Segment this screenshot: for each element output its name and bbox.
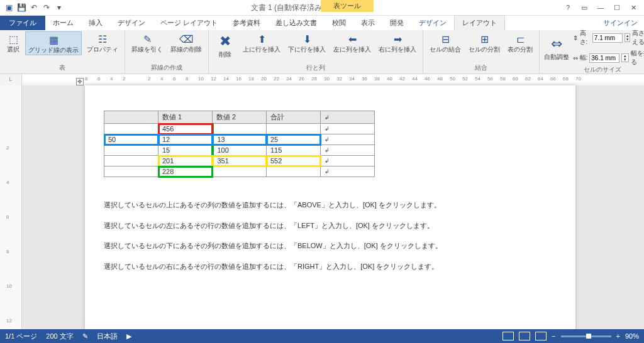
word-count[interactable]: 200 文字 [46,332,73,341]
autofit-button[interactable]: ⇔自動調整 [543,34,570,62]
zoom-level[interactable]: 90% [625,332,639,340]
tab-design[interactable]: デザイン [110,16,153,30]
close-icon[interactable]: ✕ [628,4,639,12]
proofing-icon[interactable]: ✎ [82,332,88,340]
tab-references[interactable]: 参考資料 [225,16,268,30]
insert-above-button[interactable]: ⬆上に行を挿入 [240,31,283,54]
body-text[interactable]: 選択しているセルの上にあるその列の数値を追加するには、「ABOVE」と入力し、[… [104,196,557,275]
group-cell-size: ⇔自動調整 ⇕高さ:▴▾高さを揃える ⇔幅:▴▾幅を揃える セルのサイズ [540,30,644,74]
help-icon[interactable]: ? [562,4,574,12]
zoom-slider[interactable] [561,335,611,337]
paragraph: 選択しているセルの上にあるその列の数値を追加するには、「ABOVE」と入力し、[… [104,196,557,214]
macro-icon[interactable]: ▶ [126,332,131,340]
eraser-button[interactable]: ⌫罫線の削除 [168,31,204,54]
ribbon-collapse-icon[interactable]: ▭ [579,4,590,12]
ruler-corner: L [0,74,22,85]
table-row: 50121325↲ [104,134,375,145]
insert-right-button[interactable]: ➡右に列を挿入 [376,31,419,54]
zoom-out-button[interactable]: − [552,332,555,340]
height-icon: ⇕ [573,35,578,41]
save-icon[interactable]: 💾 [16,3,26,13]
split-cells-button[interactable]: ⊞セルの分割 [466,31,502,54]
view-print-icon[interactable] [519,332,530,340]
merge-cells-button[interactable]: ⊟セルの結合 [427,31,464,54]
language[interactable]: 日本語 [97,332,118,341]
group-table: ⬚選択 ▦グリッド線の表示 ☷プロパティ 表 [0,30,125,74]
paragraph: 選択しているセルの下にあるその列の数値を追加するには、「BELOW」と入力し、[… [104,237,557,255]
width-input[interactable] [589,53,619,63]
document-table[interactable]: 数値 1数値 2合計↲ 456↲ 50121325↲ 15100115↲ 201… [104,111,375,177]
group-draw: ✎罫線を引く ⌫罫線の削除 罫線の作成 [125,30,209,74]
undo-icon[interactable]: ↶ [29,3,39,13]
view-read-icon[interactable] [502,332,514,340]
minimize-icon[interactable]: — [595,4,606,12]
table-row: 456↲ [104,124,375,134]
ruler-horizontal[interactable]: L 86422468101214161820222426283032343638… [0,74,644,85]
qat-dropdown-icon[interactable]: ▾ [54,3,64,13]
document-area: 24681012 ✥ 数値 1数値 2合計↲ 456↲ 50121325↲ 15… [0,85,644,332]
tab-page-layout[interactable]: ページ レイアウト [153,16,225,30]
paragraph: 選択しているセルの右にあるその行の数値を追加するには、「RIGHT」と入力し、[… [104,258,557,276]
split-table-button[interactable]: ⊏表の分割 [505,31,535,54]
table-row: 数値 1数値 2合計↲ [104,111,375,124]
delete-button[interactable]: ✖削除 [213,31,238,59]
maximize-icon[interactable]: ☐ [611,4,623,12]
table-row: 228↲ [104,166,375,177]
view-gridlines-button[interactable]: ▦グリッド線の表示 [25,31,82,55]
width-spinner[interactable]: ▴▾ [621,53,629,62]
properties-button[interactable]: ☷プロパティ [84,31,121,54]
ruler-vertical[interactable]: 24681012 [0,85,22,332]
group-merge: ⊟セルの結合 ⊞セルの分割 ⊏表の分割 結合 [423,30,540,74]
table-move-handle[interactable]: ✥ [76,78,84,85]
height-spinner[interactable]: ▴▾ [625,33,631,42]
view-web-icon[interactable] [535,332,547,340]
select-button[interactable]: ⬚選択 [4,31,23,54]
tab-view[interactable]: 表示 [353,16,382,30]
tab-mailings[interactable]: 差し込み文書 [268,16,325,30]
width-icon: ⇔ [573,55,578,62]
group-rows-cols: ✖削除 ⬆上に行を挿入 ⬇下に行を挿入 ⬅左に列を挿入 ➡右に列を挿入 行と列 [209,30,423,74]
tab-home[interactable]: ホーム [45,16,81,30]
table-row: 201351552↲ [104,156,375,166]
tab-table-design[interactable]: デザイン [411,16,454,30]
insert-below-button[interactable]: ⬇下に行を挿入 [286,31,328,54]
height-input[interactable] [592,33,623,43]
tab-developer[interactable]: 開発 [382,16,411,30]
tab-table-layout[interactable]: レイアウト [454,15,505,30]
context-tool-header: 表ツール [321,0,374,12]
paragraph: 選択しているセルの左にあるその行の数値を追加するには、「LEFT」と入力し、[O… [104,217,557,235]
statusbar: 1/1 ページ 200 文字 ✎ 日本語 ▶ − + 90% [0,329,644,343]
word-icon: ▣ [4,3,14,13]
table-row: 15100115↲ [104,145,375,156]
page-count[interactable]: 1/1 ページ [5,332,37,341]
page[interactable]: ✥ 数値 1数値 2合計↲ 456↲ 50121325↲ 15100115↲ 2… [85,85,575,343]
distribute-cols-button[interactable]: 幅を揃える [631,49,644,67]
quick-access-toolbar: ▣ 💾 ↶ ↷ ▾ [0,3,68,13]
redo-icon[interactable]: ↷ [42,3,52,13]
tab-insert[interactable]: 挿入 [81,16,110,30]
ribbon: ⬚選択 ▦グリッド線の表示 ☷プロパティ 表 ✎罫線を引く ⌫罫線の削除 罫線の… [0,30,644,74]
insert-left-button[interactable]: ⬅左に列を挿入 [331,31,374,54]
tab-file[interactable]: ファイル [0,16,45,30]
tab-review[interactable]: 校閲 [325,16,353,30]
draw-border-button[interactable]: ✎罫線を引く [129,31,165,54]
zoom-in-button[interactable]: + [616,332,620,340]
distribute-rows-button[interactable]: 高さを揃える [632,29,644,46]
ribbon-tabs: ファイル ホーム 挿入 デザイン ページ レイアウト 参考資料 差し込み文書 校… [0,16,644,30]
window-controls: ? ▭ — ☐ ✕ [557,4,644,12]
